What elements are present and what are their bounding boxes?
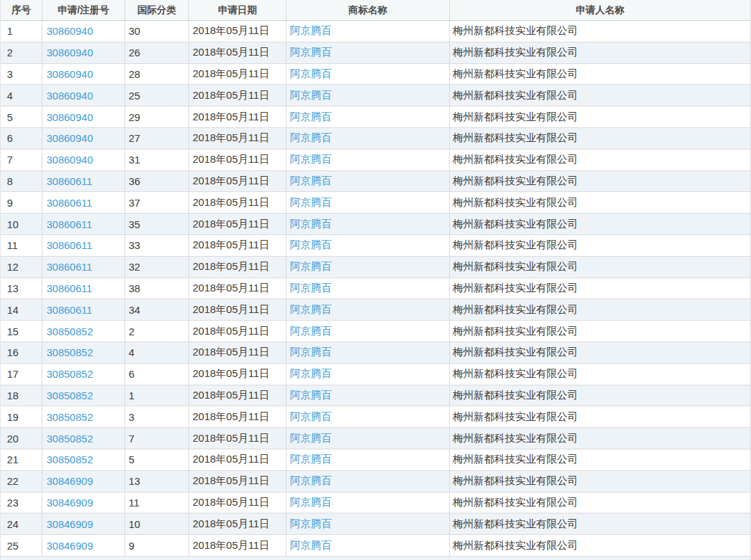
application-date-cell: 2018年05月11日 — [189, 106, 286, 127]
intl-class-cell: 27 — [125, 128, 189, 149]
intl-class-cell: 9 — [125, 535, 189, 556]
trademark-name-link[interactable]: 阿京腾百 — [286, 385, 450, 406]
column-header-intl-class: 国际分类 — [125, 0, 189, 20]
trademark-results-table: 序号 申请/注册号 国际分类 申请日期 商标名称 申请人名称 130860940… — [0, 0, 751, 560]
applicant-name-cell: 梅州新都科技实业有限公司 — [450, 535, 750, 556]
application-number-link[interactable]: 30850852 — [42, 428, 125, 449]
trademark-name-link[interactable]: 阿京腾百 — [286, 192, 450, 213]
trademark-name-link[interactable]: 阿京腾百 — [286, 428, 450, 449]
applicant-name-cell: 梅州新都科技实业有限公司 — [450, 214, 750, 234]
table-row: 130860940302018年05月11日阿京腾百梅州新都科技实业有限公司 — [1, 21, 750, 42]
application-date-cell: 2018年05月11日 — [189, 42, 286, 63]
trademark-name-link[interactable]: 阿京腾百 — [286, 257, 450, 278]
application-number-link[interactable]: 30850852 — [42, 449, 125, 470]
table-row: 163085085242018年05月11日阿京腾百梅州新都科技实业有限公司 — [1, 342, 750, 364]
application-number-link[interactable]: 30860940 — [42, 42, 125, 63]
trademark-name-link[interactable]: 阿京腾百 — [286, 406, 450, 427]
application-date-cell: 2018年05月11日 — [189, 449, 286, 470]
applicant-name-cell: 梅州新都科技实业有限公司 — [450, 449, 750, 470]
column-header-serial: 序号 — [1, 0, 42, 20]
table-row: 203085085272018年05月11日阿京腾百梅州新都科技实业有限公司 — [1, 428, 750, 449]
application-number-link[interactable]: 30860611 — [42, 171, 125, 192]
application-number-link[interactable]: 30860611 — [42, 214, 125, 234]
trademark-name-link[interactable]: 阿京腾百 — [286, 128, 450, 149]
trademark-name-link[interactable]: 阿京腾百 — [286, 214, 450, 234]
table-row: 430860940252018年05月11日阿京腾百梅州新都科技实业有限公司 — [1, 85, 750, 106]
trademark-name-link[interactable]: 阿京腾百 — [286, 364, 450, 385]
serial-cell: 18 — [1, 385, 42, 406]
application-number-link[interactable]: 30860940 — [42, 128, 125, 149]
intl-class-cell: 1 — [125, 385, 189, 406]
trademark-name-link[interactable]: 阿京腾百 — [286, 535, 450, 556]
applicant-name-cell: 梅州新都科技实业有限公司 — [450, 85, 750, 106]
serial-cell: 21 — [1, 449, 42, 470]
applicant-name-cell: 梅州新都科技实业有限公司 — [450, 128, 750, 149]
serial-cell: 20 — [1, 428, 42, 449]
application-number-link[interactable]: 30860940 — [42, 85, 125, 106]
serial-cell: 15 — [1, 321, 42, 342]
intl-class-cell: 36 — [125, 171, 189, 192]
application-date-cell: 2018年05月11日 — [189, 214, 286, 234]
trademark-name-link[interactable]: 阿京腾百 — [286, 342, 450, 363]
trademark-name-link[interactable]: 阿京腾百 — [286, 21, 450, 42]
applicant-name-cell: 梅州新都科技实业有限公司 — [450, 321, 750, 342]
table-row: 530860940292018年05月11日阿京腾百梅州新都科技实业有限公司 — [1, 106, 750, 128]
application-number-link[interactable]: 30860940 — [42, 106, 125, 127]
applicant-name-cell: 梅州新都科技实业有限公司 — [450, 513, 750, 534]
table-row: 2330846909112018年05月11日阿京腾百梅州新都科技实业有限公司 — [1, 493, 750, 514]
application-number-link[interactable]: 30860611 — [42, 278, 125, 299]
application-number-link[interactable]: 30850852 — [42, 385, 125, 406]
application-number-link[interactable]: 30860611 — [42, 257, 125, 278]
application-number-link[interactable]: 30860940 — [42, 150, 125, 170]
application-number-link[interactable]: 30860940 — [42, 21, 125, 42]
trademark-name-link[interactable]: 阿京腾百 — [286, 449, 450, 470]
intl-class-cell: 2 — [125, 321, 189, 342]
serial-cell: 16 — [1, 342, 42, 363]
serial-cell: 14 — [1, 299, 42, 320]
application-number-link[interactable]: 30846909 — [42, 471, 125, 492]
serial-cell: 7 — [1, 150, 42, 170]
application-number-link[interactable]: 30846909 — [42, 493, 125, 513]
trademark-name-link[interactable]: 阿京腾百 — [286, 493, 450, 513]
application-number-link[interactable]: 30860611 — [42, 235, 125, 256]
intl-class-cell: 3 — [125, 406, 189, 427]
serial-cell: 24 — [1, 513, 42, 534]
application-number-link[interactable]: 30850852 — [42, 321, 125, 342]
application-number-link[interactable]: 30850852 — [42, 406, 125, 427]
trademark-name-link[interactable]: 阿京腾百 — [286, 64, 450, 85]
application-number-link[interactable]: 30846909 — [42, 513, 125, 534]
application-number-link[interactable]: 30860611 — [42, 192, 125, 213]
application-date-cell: 2018年05月11日 — [189, 513, 286, 534]
applicant-name-cell: 梅州新都科技实业有限公司 — [450, 493, 750, 513]
application-number-link[interactable]: 30850852 — [42, 342, 125, 363]
applicant-name-cell: 梅州新都科技实业有限公司 — [450, 257, 750, 278]
trademark-name-link[interactable]: 阿京腾百 — [286, 321, 450, 342]
table-row: 193085085232018年05月11日阿京腾百梅州新都科技实业有限公司 — [1, 406, 750, 428]
application-number-link[interactable]: 30860940 — [42, 64, 125, 85]
table-body: 130860940302018年05月11日阿京腾百梅州新都科技实业有限公司23… — [1, 21, 750, 557]
application-date-cell: 2018年05月11日 — [189, 428, 286, 449]
trademark-name-link[interactable]: 阿京腾百 — [286, 513, 450, 534]
applicant-name-cell: 梅州新都科技实业有限公司 — [450, 235, 750, 256]
trademark-name-link[interactable]: 阿京腾百 — [286, 171, 450, 192]
column-header-app-date: 申请日期 — [189, 0, 286, 20]
application-number-link[interactable]: 30860611 — [42, 299, 125, 320]
trademark-name-link[interactable]: 阿京腾百 — [286, 42, 450, 63]
serial-cell: 1 — [1, 21, 42, 42]
intl-class-cell: 31 — [125, 150, 189, 170]
table-row: 730860940312018年05月11日阿京腾百梅州新都科技实业有限公司 — [1, 150, 750, 171]
trademark-name-link[interactable]: 阿京腾百 — [286, 85, 450, 106]
serial-cell: 12 — [1, 257, 42, 278]
trademark-name-link[interactable]: 阿京腾百 — [286, 106, 450, 127]
trademark-name-link[interactable]: 阿京腾百 — [286, 471, 450, 492]
serial-cell: 19 — [1, 406, 42, 427]
trademark-name-link[interactable]: 阿京腾百 — [286, 278, 450, 299]
trademark-name-link[interactable]: 阿京腾百 — [286, 235, 450, 256]
trademark-name-link[interactable]: 阿京腾百 — [286, 299, 450, 320]
trademark-name-link[interactable]: 阿京腾百 — [286, 150, 450, 170]
serial-cell: 3 — [1, 64, 42, 85]
application-number-link[interactable]: 30850852 — [42, 364, 125, 385]
intl-class-cell: 30 — [125, 21, 189, 42]
applicant-name-cell: 梅州新都科技实业有限公司 — [450, 342, 750, 363]
application-number-link[interactable]: 30846909 — [42, 535, 125, 556]
